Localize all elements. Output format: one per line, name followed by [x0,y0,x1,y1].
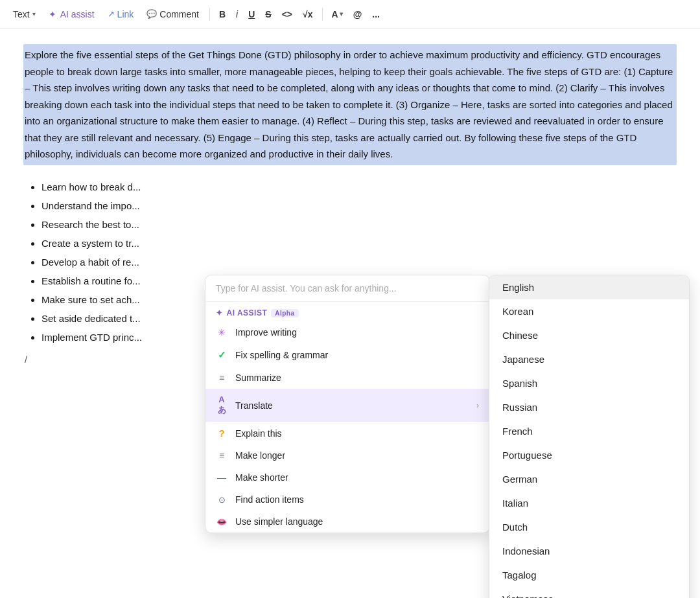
list-item: Research the best to... [41,216,677,233]
menu-item-icon: ⊙ [216,495,228,505]
selected-paragraph[interactable]: Explore the five essential steps of the … [23,44,677,165]
list-item: Understand the impo... [41,197,677,214]
menu-item-label: Use simpler language [235,516,323,527]
text-type-selector[interactable]: Text ▾ [8,6,41,22]
menu-item-icon: ≡ [216,450,228,461]
menu-item-label: Find action items [235,494,304,505]
ai-menu-item-find-action-items[interactable]: ⊙Find action items [205,489,489,511]
ai-assist-popup: ✦ AI ASSIST Alpha ✳Improve writing✓Fix s… [205,275,490,533]
text-type-label: Text [13,9,30,19]
chevron-right-icon: › [476,401,479,410]
ai-assist-label: ✦ AI ASSIST Alpha [205,302,489,321]
sparkle-icon-popup: ✦ [216,308,223,317]
ai-assist-button[interactable]: ✦ AI assist [43,6,100,22]
color-button[interactable]: A ▾ [328,6,347,22]
language-item-japanese[interactable]: Japanese [489,347,689,371]
ai-menu-item-explain-this[interactable]: ?Explain this [205,422,489,444]
ai-menu-item-use-simpler-language[interactable]: 👄Use simpler language [205,511,489,533]
link-button[interactable]: ↗ Link [102,6,139,22]
menu-item-icon: ? [216,428,228,439]
ai-assist-label: AI assist [60,9,95,19]
menu-item-icon: ✓ [216,349,228,361]
italic-button[interactable]: i [232,6,242,22]
list-item: Develop a habit of re... [41,253,677,271]
menu-item-icon: — [216,472,228,483]
ai-menu-item-improve-writing[interactable]: ✳Improve writing [205,321,489,343]
language-item-dutch[interactable]: Dutch [489,515,689,539]
menu-item-label: Make longer [235,450,285,461]
menu-item-icon: ≡ [216,373,228,383]
divider-1 [209,8,210,21]
strikethrough-button[interactable]: S [261,6,275,22]
ai-menu-item-translate[interactable]: AあTranslate› [205,389,489,422]
language-item-french[interactable]: French [489,419,689,443]
toolbar: Text ▾ ✦ AI assist ↗ Link 💬 Comment B i … [0,0,700,29]
underline-button[interactable]: U [244,6,259,22]
color-icon: A [332,9,338,19]
list-item: Create a system to tr... [41,235,677,252]
divider-2 [322,8,323,21]
code-button[interactable]: <> [278,6,296,22]
language-item-russian[interactable]: Russian [489,395,689,419]
menu-item-icon: Aあ [216,395,228,416]
language-item-english[interactable]: English [489,275,689,299]
ai-menu-item-summarize[interactable]: ≡Summarize [205,367,489,389]
language-item-italian[interactable]: Italian [489,491,689,515]
list-item: Learn how to break d... [41,178,677,196]
text-type-chevron: ▾ [32,10,36,17]
alpha-badge: Alpha [271,309,298,317]
content-area: Explore the five essential steps of the … [0,29,700,380]
link-icon: ↗ [108,9,115,19]
bold-button[interactable]: B [215,6,229,22]
menu-item-icon: ✳ [216,327,228,338]
language-item-german[interactable]: German [489,467,689,491]
comment-icon: 💬 [146,9,157,19]
mention-button[interactable]: @ [349,6,366,22]
comment-label: Comment [159,9,199,19]
comment-button[interactable]: 💬 Comment [141,6,204,22]
menu-item-label: Explain this [235,428,282,439]
language-item-portuguese[interactable]: Portuguese [489,443,689,467]
menu-item-label: Summarize [235,373,281,383]
language-item-chinese[interactable]: Chinese [489,323,689,347]
menu-item-label: Fix spelling & grammar [235,350,328,360]
link-label: Link [117,9,134,19]
menu-item-label: Improve writing [235,327,297,338]
menu-item-label: Make shorter [235,472,288,483]
ai-label-text: AI ASSIST [227,308,268,317]
language-popup: EnglishKoreanChineseJapaneseSpanishRussi… [489,275,690,598]
ai-menu-item-make-shorter[interactable]: —Make shorter [205,466,489,489]
ai-menu-item-fix-spelling-&-grammar[interactable]: ✓Fix spelling & grammar [205,343,489,367]
menu-item-icon: 👄 [216,517,228,527]
ai-search-input[interactable] [205,275,489,302]
ai-menu-items: ✳Improve writing✓Fix spelling & grammar≡… [205,321,489,533]
language-item-vietnamese[interactable]: Vietnamese [489,587,689,598]
language-item-indonesian[interactable]: Indonesian [489,539,689,563]
more-button[interactable]: ... [368,6,384,22]
language-item-korean[interactable]: Korean [489,299,689,323]
menu-item-label: Translate [235,400,273,411]
language-item-tagalog[interactable]: Tagalog [489,563,689,587]
math-button[interactable]: √x [299,6,316,22]
ai-menu-item-make-longer[interactable]: ≡Make longer [205,444,489,466]
sparkle-icon: ✦ [49,9,56,19]
language-item-spanish[interactable]: Spanish [489,371,689,395]
